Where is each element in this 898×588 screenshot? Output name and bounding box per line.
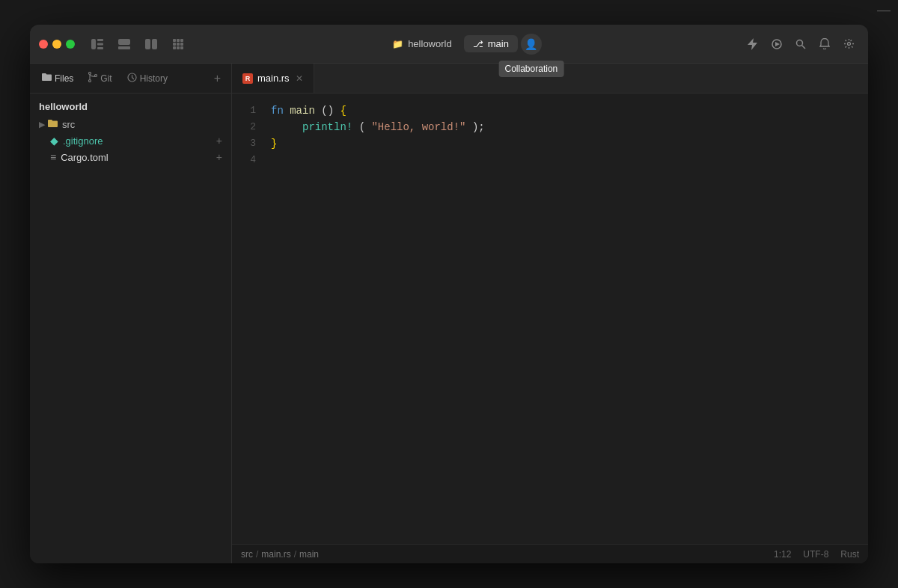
settings-button[interactable] [838,34,859,55]
tree-item-src[interactable]: ▶ src [30,117,231,132]
add-gitignore-icon[interactable]: + [216,135,222,147]
sidebar: Files Git [30,64,232,563]
svg-point-22 [89,73,91,75]
svg-rect-3 [97,47,103,49]
lightning-button[interactable] [742,34,763,55]
folder-icon [42,73,52,84]
sidebar-content: helloworld ▶ src ◆ .gitignore + [30,94,231,563]
svg-rect-1 [97,39,103,41]
tree-item-cargotoml[interactable]: ≡ Cargo.toml + [30,149,231,165]
maximize-button[interactable] [66,40,75,49]
status-bar: src / main.rs / main 1:12 UTF-8 Rust [232,544,868,563]
titlebar-tabs: 📁 helloworld ⎇ main 👤 Collaboration [383,34,542,55]
svg-rect-8 [173,39,176,42]
files-tab-label: Files [55,73,73,84]
main-tab[interactable]: ⎇ main [464,35,518,52]
sidebar-tabs: Files Git [30,64,231,94]
project-name-tab[interactable]: 📁 helloworld [383,35,461,52]
sidebar-tab-git[interactable]: Git [82,69,117,88]
main-content: Files Git [30,64,868,563]
folder-icon [48,119,58,130]
code-line-4 [268,152,868,168]
svg-rect-12 [177,43,180,46]
bell-button[interactable] [814,34,835,55]
svg-rect-14 [173,46,176,49]
brace-close: } [271,138,277,150]
git-tab-label: Git [100,73,112,84]
paren-open-2: ( [359,121,365,133]
person-add-icon: 👤 [525,38,537,50]
collab-button[interactable]: 👤 Collaboration [521,34,542,55]
chevron-right-icon: ▶ [39,120,45,129]
svg-rect-5 [118,46,130,49]
collab-tooltip: Collaboration [499,61,564,77]
code-line-3: } [268,135,868,152]
path-mainrs: main.rs [261,549,290,560]
path-main: main [299,549,319,560]
macro-println: println! [302,121,352,133]
svg-rect-11 [173,43,176,46]
toml-icon: ≡ [50,151,56,163]
svg-rect-15 [177,46,180,49]
branch-icon: ⎇ [473,39,483,49]
cursor-position: 1:12 [774,549,791,560]
main-tab-label: main [488,38,509,49]
app-window: 📁 helloworld ⎇ main 👤 Collaboration [30,25,868,563]
sidebar-tab-files[interactable]: Files [36,70,79,87]
titlebar: 📁 helloworld ⎇ main 👤 Collaboration [30,25,868,64]
close-button[interactable] [39,40,48,49]
editor-tab-main-rs[interactable]: R main.rs ✕ [232,64,314,93]
string-hello: "Hello, world!" [371,121,465,133]
minimize-button[interactable] [52,40,61,49]
svg-rect-13 [180,43,183,46]
line-num-2: 2 [232,119,262,135]
status-path: src / main.rs / main [241,549,319,560]
paren-close-2: ); [472,121,485,133]
project-title: helloworld [30,97,231,117]
add-toml-icon[interactable]: + [216,151,222,163]
svg-rect-6 [145,39,150,49]
grid-menu-button[interactable] [168,34,189,55]
sidebar-add-button[interactable]: + [210,70,225,87]
rust-icon: R [242,73,253,84]
cargotoml-label: Cargo.toml [61,152,109,163]
search-button[interactable] [790,34,811,55]
svg-point-23 [89,80,91,82]
sidebar-toggle-button[interactable] [87,34,108,55]
svg-rect-9 [177,39,180,42]
svg-rect-4 [118,39,130,45]
sep-1: / [256,549,258,560]
panel-toggle-button[interactable] [114,34,135,55]
svg-rect-16 [180,46,183,49]
path-src: src [241,549,253,560]
line-num-3: 3 [232,135,262,152]
layout-toggle-button[interactable] [141,34,162,55]
paren-open: () [321,105,334,117]
svg-line-20 [802,45,806,49]
gitignore-label: .gitignore [63,135,103,147]
brace-open: { [340,105,346,117]
tree-item-gitignore[interactable]: ◆ .gitignore + [30,132,231,149]
titlebar-icons-right [742,34,859,55]
editor-body[interactable]: 1 2 3 4 fn main () { [232,94,868,544]
tab-close-icon[interactable]: ✕ [296,73,303,84]
encoding: UTF-8 [803,549,828,560]
status-right: 1:12 UTF-8 Rust [774,549,859,560]
line-num-4: 4 [232,152,262,168]
folder-icon: 📁 [392,39,403,49]
project-name-label: helloworld [408,38,452,49]
line-num-1: 1 [232,102,262,119]
svg-marker-18 [775,42,780,46]
play-button[interactable] [766,34,787,55]
history-tab-label: History [140,73,168,84]
clock-icon [127,73,137,85]
code-content[interactable]: fn main () { println! ( "Hello, world!" … [268,94,868,544]
language: Rust [840,549,859,560]
svg-point-19 [797,40,803,46]
fn-name-main: main [290,105,315,117]
traffic-lights [39,40,75,49]
sidebar-tab-history[interactable]: History [121,70,174,88]
editor-tab-label: main.rs [257,73,290,84]
code-line-2: println! ( "Hello, world!" ); [268,119,868,135]
svg-rect-10 [180,39,183,42]
